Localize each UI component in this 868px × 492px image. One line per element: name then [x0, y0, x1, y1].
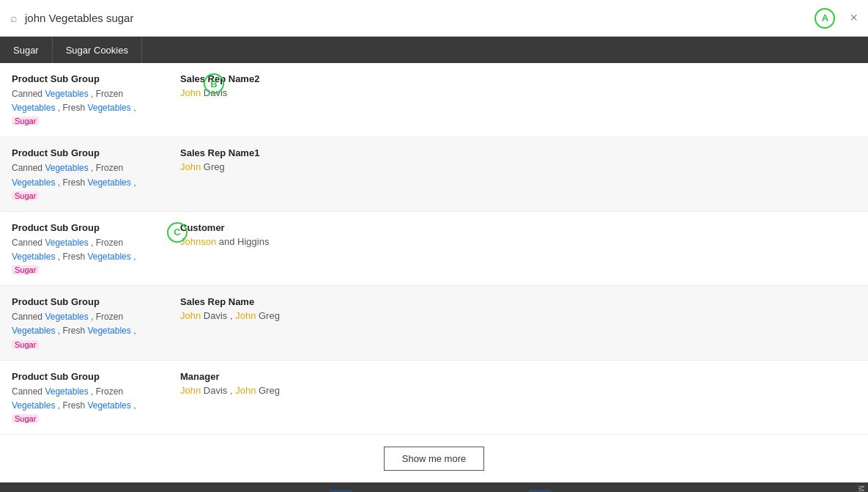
right-column: Sales Rep Name2 John Davis: [180, 73, 856, 98]
search-bar: ⌕ john Vegetables sugar A ×: [0, 0, 868, 37]
chart-area: UK USA Sales 2012-Jan2012-Feb2012-Mar201…: [0, 482, 868, 492]
right-column: Sales Rep Name John Davis , John Greg: [180, 296, 856, 321]
result-row[interactable]: Product Sub Group Canned Vegetables , Fr…: [0, 361, 868, 435]
show-more-button[interactable]: Show me more: [384, 447, 484, 471]
right-axis-label: Margin ($): [854, 482, 868, 492]
right-label: Customer: [180, 222, 856, 233]
tab-sugar-cookies[interactable]: Sugar Cookies: [53, 37, 142, 63]
left-label: Product Sub Group: [12, 147, 166, 158]
sugar-tag: Sugar: [12, 414, 39, 423]
sugar-tag: Sugar: [12, 340, 39, 349]
left-label: Product Sub Group: [12, 73, 166, 84]
right-value: John Greg: [180, 161, 856, 172]
right-label: Sales Rep Name1: [180, 147, 856, 158]
tag-line: Canned Vegetables , Frozen Vegetables , …: [12, 87, 166, 115]
sugar-tag: Sugar: [12, 265, 39, 274]
search-query[interactable]: john Vegetables sugar: [25, 12, 809, 24]
right-label: Sales Rep Name: [180, 296, 856, 307]
tabs-bar: Sugar Sugar Cookies: [0, 37, 868, 63]
sugar-tag: Sugar: [12, 191, 39, 200]
left-label: Product Sub Group: [12, 296, 166, 307]
right-label: Manager: [180, 371, 856, 382]
tag-line: Canned Vegetables , Frozen Vegetables , …: [12, 385, 166, 413]
result-row[interactable]: Product Sub Group Canned Vegetables , Fr…: [0, 286, 868, 360]
close-button[interactable]: ×: [850, 10, 858, 26]
right-value: John Davis: [180, 87, 856, 98]
result-row[interactable]: Product Sub Group Canned Vegetables , Fr…: [0, 212, 868, 286]
tab-sugar[interactable]: Sugar: [0, 37, 53, 63]
result-row[interactable]: Product Sub Group Canned Vegetables , Fr…: [0, 63, 868, 137]
right-value: Johnson and Higgins: [180, 236, 856, 247]
tag-line: Canned Vegetables , Frozen Vegetables , …: [12, 310, 166, 338]
chart-left-sidebar: UK USA: [0, 482, 44, 492]
badge-c: C: [167, 222, 188, 243]
right-column: Sales Rep Name1 John Greg: [180, 147, 856, 172]
left-column: Product Sub Group Canned Vegetables , Fr…: [12, 371, 166, 424]
bars-container: [52, 482, 854, 492]
left-label: Product Sub Group: [12, 222, 166, 233]
search-icon: ⌕: [10, 12, 18, 25]
badge-b: B: [204, 73, 224, 94]
y-axis-label: Sales: [44, 482, 52, 492]
right-column: Customer Johnson and Higgins: [180, 222, 856, 247]
right-label: Sales Rep Name2: [180, 73, 856, 84]
left-column: Product Sub Group Canned Vegetables , Fr…: [12, 73, 166, 126]
right-value: John Davis , John Greg: [180, 310, 856, 321]
result-row[interactable]: Product Sub Group Canned Vegetables , Fr…: [0, 137, 868, 211]
left-column: Product Sub Group Canned Vegetables , Fr…: [12, 147, 166, 200]
show-more-section: Show me more: [0, 435, 868, 482]
tag-line: Canned Vegetables , Frozen Vegetables , …: [12, 161, 166, 189]
sugar-tag: Sugar: [12, 117, 39, 125]
left-label: Product Sub Group: [12, 371, 166, 382]
left-column: Product Sub Group Canned Vegetables , Fr…: [12, 222, 166, 275]
right-value: John Davis , John Greg: [180, 385, 856, 396]
left-column: Product Sub Group Canned Vegetables , Fr…: [12, 296, 166, 349]
tag-line: Canned Vegetables , Frozen Vegetables , …: [12, 236, 166, 264]
right-column: Manager John Davis , John Greg: [180, 371, 856, 396]
results-area: Product Sub Group Canned Vegetables , Fr…: [0, 63, 868, 492]
badge-a: A: [815, 8, 835, 29]
